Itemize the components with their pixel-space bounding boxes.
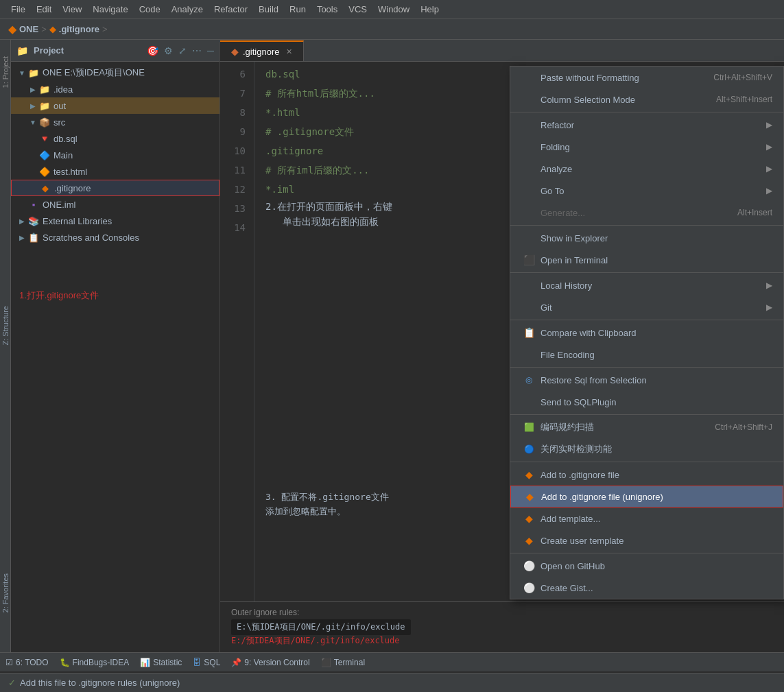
menu-file[interactable]: File	[5, 1, 31, 17]
ctx-sep-4	[510, 320, 783, 320]
menu-code[interactable]: Code	[134, 1, 166, 17]
panel-icon-expand[interactable]: ⤢	[178, 45, 187, 56]
tree-item-one[interactable]: ▼ 📁 ONE E:\预IDEA项目\ONE	[11, 64, 219, 81]
menu-tools[interactable]: Tools	[311, 1, 343, 17]
ctx-analyze[interactable]: Analyze ▶	[510, 158, 783, 180]
ctx-label-code-scan: 编码规约扫描	[541, 421, 594, 433]
menu-navigate[interactable]: Navigate	[87, 1, 133, 17]
status-todo[interactable]: ☑ 6: TODO	[5, 658, 49, 667]
ctx-sep-3	[510, 272, 783, 273]
status-vcs-label: 9: Version Control	[244, 658, 309, 667]
tab-close-gitignore[interactable]: ✕	[286, 47, 292, 56]
ctx-create-gist[interactable]: ⚪ Create Gist...	[510, 577, 783, 599]
github-icon-1: ⚪	[521, 560, 536, 571]
tree-item-gitignore[interactable]: ◆ .gitignore	[11, 180, 219, 196]
tree-icon-oneiml: ▪	[27, 200, 40, 210]
menu-refactor[interactable]: Refactor	[209, 1, 253, 17]
ctx-code-scan[interactable]: 🟩 编码规约扫描 Ctrl+Alt+Shift+J	[510, 416, 783, 438]
breadcrumb-gitignore[interactable]: .gitignore	[59, 24, 99, 34]
tree-item-oneiml[interactable]: ▪ ONE.iml	[11, 196, 219, 213]
status-findbugs[interactable]: 🐛 FindBugs-IDEA	[60, 658, 130, 667]
menu-help[interactable]: Help	[415, 1, 444, 17]
status-sql[interactable]: 🗄 SQL	[193, 658, 220, 667]
menu-window[interactable]: Window	[372, 1, 415, 17]
ctx-label-goto: Go To	[541, 186, 564, 196]
code-scan-icon: 🟩	[521, 422, 536, 432]
ignore-rules-label: Outer ignore rules:	[231, 608, 773, 617]
message-text: Add this file to .gitignore rules (unign…	[20, 678, 180, 688]
tree-arrow-idea: ▶	[27, 86, 38, 93]
status-terminal[interactable]: ⬛ Terminal	[321, 658, 365, 667]
panel-title: Project	[34, 45, 141, 56]
tree-arrow-scratches: ▶	[16, 234, 27, 241]
panel-icon-minimize[interactable]: ─	[207, 45, 214, 56]
ctx-sep-6	[510, 414, 783, 415]
folder-icon: 📁	[16, 45, 28, 56]
panel-icon-target[interactable]: 🎯	[147, 45, 158, 56]
ctx-label-analyze: Analyze	[541, 164, 572, 174]
ctx-add-gitignore[interactable]: ◆ Add to .gitignore file	[510, 464, 783, 486]
ctx-git[interactable]: Git ▶	[510, 296, 783, 318]
ctx-compare-clipboard[interactable]: 📋 Compare with Clipboard	[510, 322, 783, 344]
editor-tab-gitignore[interactable]: ◆ .gitignore ✕	[220, 40, 304, 61]
tree-item-testhtml[interactable]: 🔶 test.html	[11, 163, 219, 180]
breadcrumb-one[interactable]: ONE	[19, 24, 38, 34]
status-statistic[interactable]: 📊 Statistic	[140, 658, 182, 667]
ctx-paste-no-format[interactable]: Paste without Formatting Ctrl+Alt+Shift+…	[510, 67, 783, 88]
ignore-rules-panel: Outer ignore rules: E:\预IDEA项目/ONE/.git/…	[220, 601, 784, 652]
ctx-label-add-gitignore-unignore: Add to .gitignore file (unignore)	[541, 492, 663, 502]
ctx-create-user-template[interactable]: ◆ Create user template	[510, 529, 783, 551]
status-findbugs-label: FindBugs-IDEA	[73, 658, 130, 667]
ctx-restore-sql[interactable]: ◎ Restore Sql from Selection	[510, 369, 783, 391]
menu-vcs[interactable]: VCS	[343, 1, 372, 17]
clipboard-icon: 📋	[521, 327, 536, 338]
terminal-status-icon: ⬛	[321, 658, 331, 667]
ctx-open-terminal[interactable]: ⬛ Open in Terminal	[510, 249, 783, 271]
ctx-local-history[interactable]: Local History ▶	[510, 274, 783, 296]
ctx-file-encoding[interactable]: File Encoding	[510, 344, 783, 366]
ctx-folding[interactable]: Folding ▶	[510, 136, 783, 158]
status-todo-label: 6: TODO	[16, 658, 49, 667]
ctx-label-create-gist: Create Gist...	[541, 583, 593, 593]
ctx-refactor[interactable]: Refactor ▶	[510, 114, 783, 136]
tree-icon-out: 📁	[38, 101, 51, 111]
tree-label-one: ONE E:\预IDEA项目\ONE	[43, 67, 219, 79]
menu-view[interactable]: View	[57, 1, 87, 17]
tree-item-out[interactable]: ▶ 📁 out	[11, 97, 219, 114]
tree-arrow-one: ▼	[16, 69, 27, 77]
tree-item-idea[interactable]: ▶ 📁 .idea	[11, 81, 219, 97]
tree-item-scratches[interactable]: ▶ 📋 Scratches and Consoles	[11, 229, 219, 246]
status-vcs[interactable]: 📌 9: Version Control	[231, 658, 309, 667]
breadcrumb-gitignore-icon: ◆	[49, 24, 56, 34]
ctx-open-github[interactable]: ⚪ Open on GitHub	[510, 555, 783, 577]
vcs-icon: 📌	[231, 658, 241, 667]
panel-icon-more[interactable]: ⋯	[192, 45, 202, 56]
panel-icon-settings[interactable]: ⚙	[164, 45, 173, 56]
ctx-add-template[interactable]: ◆ Add template...	[510, 508, 783, 529]
ctx-shortcut-generate: Alt+Insert	[737, 208, 772, 217]
tree-item-extlibs[interactable]: ▶ 📚 External Libraries	[11, 213, 219, 229]
ctx-close-realtime[interactable]: 🔵 关闭实时检测功能	[510, 438, 783, 460]
ctx-column-mode[interactable]: Column Selection Mode Alt+Shift+Insert	[510, 88, 783, 110]
todo-icon: ☑	[5, 658, 13, 667]
git-arrow: ▶	[766, 302, 772, 312]
ctx-send-sqlplugin[interactable]: Send to SQLPlugin	[510, 391, 783, 413]
tree-icon-one: 📁	[27, 68, 40, 78]
ctx-label-send-sql: Send to SQLPlugin	[541, 397, 617, 407]
project-side-label[interactable]: 1: Project	[0, 51, 11, 93]
favorites-tab[interactable]: 2: Favorites	[0, 569, 11, 617]
menu-analyze[interactable]: Analyze	[166, 1, 209, 17]
menu-run[interactable]: Run	[284, 1, 311, 17]
tree-item-main[interactable]: 🔷 Main	[11, 147, 219, 163]
tree-item-dbsql[interactable]: 🔻 db.sql	[11, 130, 219, 147]
structure-tab[interactable]: Z: Structure	[0, 302, 11, 349]
ctx-add-gitignore-unignore[interactable]: ◆ Add to .gitignore file (unignore)	[510, 486, 783, 508]
menu-edit[interactable]: Edit	[31, 1, 57, 17]
tree-item-src[interactable]: ▼ 📦 src	[11, 114, 219, 130]
ctx-goto[interactable]: Go To ▶	[510, 180, 783, 202]
tab-label-gitignore: .gitignore	[243, 47, 279, 57]
ctx-label-open-github: Open on GitHub	[541, 561, 605, 571]
tab-icon-gitignore: ◆	[231, 46, 239, 57]
menu-build[interactable]: Build	[253, 1, 284, 17]
ctx-show-explorer[interactable]: Show in Explorer	[510, 227, 783, 249]
